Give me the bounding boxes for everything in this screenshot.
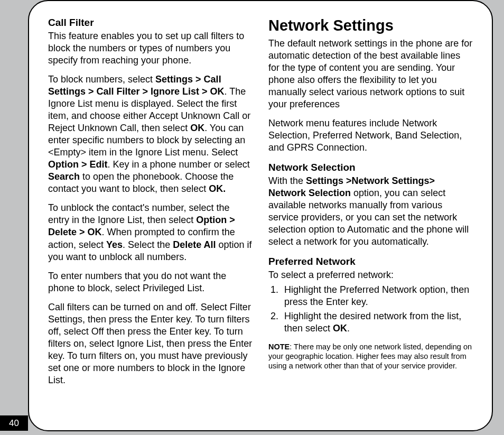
- call-filter-unblock-instructions: To unblock the contact's number, select …: [48, 202, 253, 263]
- call-filter-on-off: Call filters can be turned on and off. S…: [48, 301, 253, 386]
- preferred-network-note: NOTE: There may be only one network list…: [268, 342, 473, 371]
- network-settings-intro: The default network settings in the phon…: [268, 38, 473, 110]
- network-settings-heading: Network Settings: [268, 17, 473, 34]
- network-selection-heading: Network Selection: [268, 162, 473, 173]
- call-filter-block-instructions: To block numbers, select Settings > Call…: [48, 73, 253, 195]
- network-selection-body: With the Settings >Network Settings> Net…: [268, 175, 473, 248]
- list-item: 2. Highlight the desired network from th…: [284, 310, 473, 335]
- call-filter-heading: Call Filter: [48, 17, 253, 29]
- preferred-network-steps: 1. Highlight the Preferred Network optio…: [268, 284, 473, 337]
- call-filter-intro: This feature enables you to set up call …: [48, 30, 253, 67]
- list-item: 1. Highlight the Preferred Network optio…: [284, 284, 473, 308]
- left-column: Call Filter This feature enables you to …: [48, 17, 255, 414]
- right-column: Network Settings The default network set…: [266, 17, 473, 414]
- page-number: 40: [9, 418, 19, 429]
- call-filter-privileged-list: To enter numbers that you do not want th…: [48, 270, 253, 294]
- preferred-network-intro: To select a preferred network:: [268, 269, 473, 281]
- page-number-tab: 40: [0, 415, 28, 431]
- network-settings-features: Network menu features include Network Se…: [268, 117, 473, 154]
- preferred-network-heading: Preferred Network: [268, 256, 473, 267]
- page-content-box: Call Filter This feature enables you to …: [28, 0, 493, 431]
